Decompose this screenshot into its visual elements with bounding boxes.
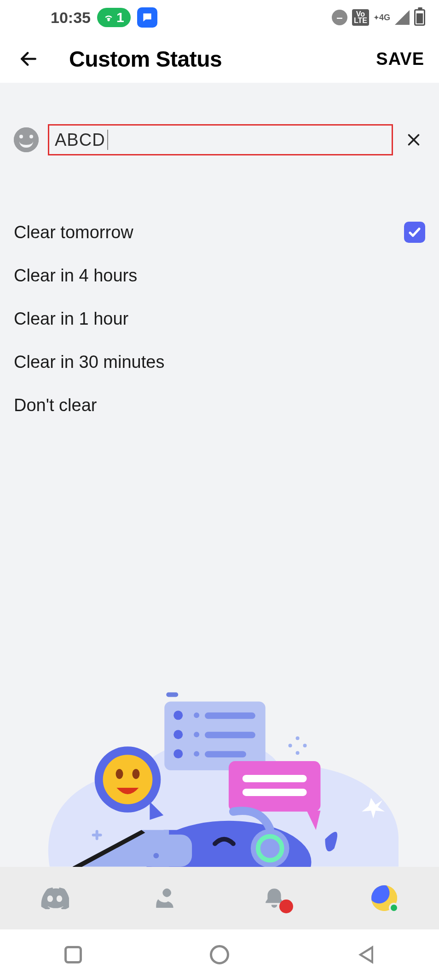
notification-badge [279, 900, 293, 913]
back-button[interactable] [15, 45, 42, 73]
clear-option-dont-clear[interactable]: Don't clear [14, 384, 425, 427]
clear-option-label: Clear in 1 hour [14, 309, 128, 329]
emoji-picker-button[interactable] [14, 127, 39, 152]
status-illustration [22, 692, 417, 867]
clear-option-label: Clear in 4 hours [14, 266, 137, 286]
svg-point-5 [173, 711, 183, 720]
svg-rect-25 [92, 834, 102, 837]
illustration-wrap [0, 427, 439, 867]
sys-back-button[interactable] [354, 943, 377, 966]
clear-option-4-hours[interactable]: Clear in 4 hours [14, 254, 425, 297]
avatar [371, 885, 397, 911]
svg-rect-34 [141, 835, 192, 867]
svg-point-26 [296, 736, 300, 740]
svg-rect-14 [229, 761, 321, 812]
svg-point-10 [194, 732, 199, 737]
hotspot-count: 1 [116, 10, 124, 25]
svg-point-6 [173, 730, 183, 739]
clear-input-button[interactable] [402, 128, 425, 151]
clear-option-label: Clear tomorrow [14, 223, 133, 242]
hotspot-indicator: 1 [97, 8, 131, 27]
clear-option-tomorrow[interactable]: Clear tomorrow [14, 211, 425, 254]
nav-friends[interactable] [149, 882, 181, 914]
clear-option-1-hour[interactable]: Clear in 1 hour [14, 297, 425, 340]
discord-notif-icon [137, 7, 157, 28]
svg-point-23 [132, 769, 139, 779]
clear-options-list: Clear tomorrow Clear in 4 hours Clear in… [0, 155, 439, 427]
network-4g: ✦4G [374, 13, 390, 23]
svg-rect-9 [205, 712, 255, 719]
checkbox-checked-icon [404, 222, 425, 243]
svg-point-27 [303, 744, 307, 747]
status-input-row: ABCD [0, 83, 439, 155]
body-area: ABCD Clear tomorrow Clear in 4 hours Cle… [0, 83, 439, 867]
nav-profile[interactable] [368, 882, 400, 914]
svg-point-35 [153, 853, 159, 859]
battery-icon [414, 9, 425, 26]
signal-icon [395, 10, 410, 25]
svg-rect-11 [205, 732, 255, 738]
clear-option-30-minutes[interactable]: Clear in 30 minutes [14, 340, 425, 384]
nav-discord-logo[interactable] [39, 882, 71, 914]
svg-point-12 [194, 751, 199, 756]
svg-point-0 [108, 20, 110, 21]
svg-point-22 [116, 769, 123, 779]
save-button[interactable]: SAVE [376, 49, 424, 69]
app-header: Custom Status SAVE [0, 35, 439, 83]
status-time: 10:35 [51, 9, 91, 27]
svg-point-21 [103, 755, 153, 804]
bottom-nav [0, 867, 439, 929]
svg-rect-16 [243, 775, 307, 782]
svg-point-28 [289, 744, 292, 747]
clear-option-label: Don't clear [14, 395, 97, 415]
presence-online-icon [389, 903, 399, 913]
svg-rect-36 [166, 692, 178, 697]
page-title: Custom Status [69, 46, 222, 72]
dnd-icon: – [332, 10, 347, 25]
android-system-nav [0, 929, 439, 980]
svg-point-8 [194, 712, 199, 718]
status-text-value: ABCD [55, 130, 105, 150]
svg-point-7 [173, 749, 183, 758]
svg-point-29 [296, 751, 300, 755]
text-cursor [107, 130, 108, 150]
status-text-input[interactable]: ABCD [48, 124, 393, 155]
sys-home-button[interactable] [208, 943, 231, 966]
nav-notifications[interactable] [258, 882, 290, 914]
android-status-bar: 10:35 1 – Vo LTE ✦4G [0, 0, 439, 35]
svg-rect-17 [243, 789, 307, 796]
volte-icon: Vo LTE [352, 9, 369, 26]
clear-option-label: Clear in 30 minutes [14, 352, 164, 372]
svg-rect-13 [205, 751, 246, 757]
sys-recent-button[interactable] [62, 943, 85, 966]
